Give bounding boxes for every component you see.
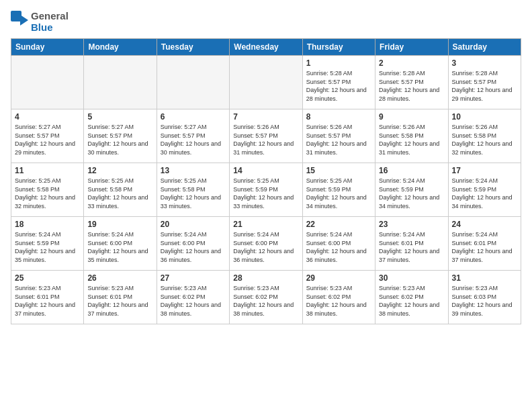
calendar-cell: 17Sunrise: 5:24 AMSunset: 5:59 PMDayligh… xyxy=(448,163,521,217)
day-number: 5 xyxy=(87,112,152,122)
calendar-cell: 3Sunrise: 5:28 AMSunset: 5:57 PMDaylight… xyxy=(448,56,521,109)
calendar-cell: 23Sunrise: 5:24 AMSunset: 6:01 PMDayligh… xyxy=(375,217,448,271)
day-detail: Sunrise: 5:27 AMSunset: 5:57 PMDaylight:… xyxy=(161,124,221,156)
day-detail: Sunrise: 5:25 AMSunset: 5:58 PMDaylight:… xyxy=(87,177,148,210)
week-row-4: 18Sunrise: 5:24 AMSunset: 5:59 PMDayligh… xyxy=(11,217,521,271)
calendar-cell: 7Sunrise: 5:26 AMSunset: 5:57 PMDaylight… xyxy=(230,109,302,163)
day-number: 4 xyxy=(15,112,80,122)
week-row-3: 11Sunrise: 5:25 AMSunset: 5:58 PMDayligh… xyxy=(11,163,521,217)
day-number: 7 xyxy=(233,112,298,122)
day-number: 16 xyxy=(379,166,444,175)
calendar-cell: 12Sunrise: 5:25 AMSunset: 5:58 PMDayligh… xyxy=(84,163,157,217)
logo-text: General Blue xyxy=(31,11,69,33)
day-number: 14 xyxy=(233,166,298,175)
day-number: 31 xyxy=(452,273,517,283)
day-number: 13 xyxy=(161,166,226,175)
day-number: 30 xyxy=(379,273,444,283)
day-number: 22 xyxy=(306,220,371,229)
day-number: 23 xyxy=(379,220,444,229)
calendar-cell: 11Sunrise: 5:25 AMSunset: 5:58 PMDayligh… xyxy=(11,163,84,217)
calendar-cell: 20Sunrise: 5:24 AMSunset: 6:00 PMDayligh… xyxy=(157,217,229,271)
svg-marker-1 xyxy=(20,15,28,26)
calendar-cell: 1Sunrise: 5:28 AMSunset: 5:57 PMDaylight… xyxy=(302,56,375,109)
calendar-cell: 24Sunrise: 5:24 AMSunset: 6:01 PMDayligh… xyxy=(448,217,521,271)
day-number: 20 xyxy=(161,220,226,229)
day-number: 9 xyxy=(379,112,444,122)
week-row-5: 25Sunrise: 5:23 AMSunset: 6:01 PMDayligh… xyxy=(11,271,521,324)
weekday-header-friday: Friday xyxy=(375,39,448,56)
day-detail: Sunrise: 5:24 AMSunset: 6:01 PMDaylight:… xyxy=(379,231,439,263)
day-number: 8 xyxy=(306,112,371,122)
day-detail: Sunrise: 5:24 AMSunset: 6:00 PMDaylight:… xyxy=(87,231,148,263)
day-number: 21 xyxy=(233,220,298,229)
day-detail: Sunrise: 5:24 AMSunset: 5:59 PMDaylight:… xyxy=(379,177,439,210)
calendar-cell: 22Sunrise: 5:24 AMSunset: 6:00 PMDayligh… xyxy=(302,217,375,271)
header: General Blue xyxy=(11,11,521,33)
day-number: 3 xyxy=(452,58,517,68)
logo: General Blue xyxy=(11,11,69,33)
calendar-cell: 31Sunrise: 5:23 AMSunset: 6:03 PMDayligh… xyxy=(448,271,521,324)
calendar-cell: 27Sunrise: 5:23 AMSunset: 6:02 PMDayligh… xyxy=(157,271,229,324)
day-detail: Sunrise: 5:23 AMSunset: 6:01 PMDaylight:… xyxy=(15,285,75,317)
calendar-cell: 5Sunrise: 5:27 AMSunset: 5:57 PMDaylight… xyxy=(84,109,157,163)
day-detail: Sunrise: 5:27 AMSunset: 5:57 PMDaylight:… xyxy=(87,124,148,156)
calendar-cell: 25Sunrise: 5:23 AMSunset: 6:01 PMDayligh… xyxy=(11,271,84,324)
day-number: 17 xyxy=(452,166,517,175)
day-number: 19 xyxy=(87,220,152,229)
day-detail: Sunrise: 5:26 AMSunset: 5:58 PMDaylight:… xyxy=(379,124,439,156)
week-row-2: 4Sunrise: 5:27 AMSunset: 5:57 PMDaylight… xyxy=(11,109,521,163)
calendar-cell xyxy=(11,56,84,109)
day-detail: Sunrise: 5:23 AMSunset: 6:03 PMDaylight:… xyxy=(452,285,513,317)
day-number: 12 xyxy=(87,166,152,175)
day-number: 25 xyxy=(15,273,80,283)
day-detail: Sunrise: 5:25 AMSunset: 5:58 PMDaylight:… xyxy=(15,177,75,210)
calendar-cell: 21Sunrise: 5:24 AMSunset: 6:00 PMDayligh… xyxy=(230,217,302,271)
calendar-cell: 9Sunrise: 5:26 AMSunset: 5:58 PMDaylight… xyxy=(375,109,448,163)
weekday-header-row: SundayMondayTuesdayWednesdayThursdayFrid… xyxy=(11,39,521,56)
calendar-cell: 19Sunrise: 5:24 AMSunset: 6:00 PMDayligh… xyxy=(84,217,157,271)
day-detail: Sunrise: 5:28 AMSunset: 5:57 PMDaylight:… xyxy=(452,70,513,102)
calendar-cell: 14Sunrise: 5:25 AMSunset: 5:59 PMDayligh… xyxy=(230,163,302,217)
calendar-cell: 10Sunrise: 5:26 AMSunset: 5:58 PMDayligh… xyxy=(448,109,521,163)
weekday-header-sunday: Sunday xyxy=(11,39,84,56)
day-number: 15 xyxy=(306,166,371,175)
day-detail: Sunrise: 5:27 AMSunset: 5:57 PMDaylight:… xyxy=(15,124,75,156)
day-detail: Sunrise: 5:24 AMSunset: 6:00 PMDaylight:… xyxy=(306,231,367,263)
day-detail: Sunrise: 5:24 AMSunset: 6:00 PMDaylight:… xyxy=(233,231,294,263)
day-number: 28 xyxy=(233,273,298,283)
calendar-cell: 18Sunrise: 5:24 AMSunset: 5:59 PMDayligh… xyxy=(11,217,84,271)
calendar-cell: 15Sunrise: 5:25 AMSunset: 5:59 PMDayligh… xyxy=(302,163,375,217)
calendar-cell xyxy=(84,56,157,109)
svg-rect-0 xyxy=(11,11,21,21)
logo-graphic xyxy=(11,11,30,30)
day-detail: Sunrise: 5:28 AMSunset: 5:57 PMDaylight:… xyxy=(379,70,439,102)
day-detail: Sunrise: 5:25 AMSunset: 5:58 PMDaylight:… xyxy=(161,177,221,210)
calendar-cell: 13Sunrise: 5:25 AMSunset: 5:58 PMDayligh… xyxy=(157,163,229,217)
calendar-cell xyxy=(230,56,302,109)
calendar-cell: 26Sunrise: 5:23 AMSunset: 6:01 PMDayligh… xyxy=(84,271,157,324)
calendar-cell xyxy=(157,56,229,109)
logo-general: General xyxy=(31,11,69,22)
calendar-cell: 4Sunrise: 5:27 AMSunset: 5:57 PMDaylight… xyxy=(11,109,84,163)
calendar-cell: 2Sunrise: 5:28 AMSunset: 5:57 PMDaylight… xyxy=(375,56,448,109)
weekday-header-wednesday: Wednesday xyxy=(230,39,302,56)
day-number: 29 xyxy=(306,273,371,283)
day-detail: Sunrise: 5:23 AMSunset: 6:02 PMDaylight:… xyxy=(233,285,294,317)
day-detail: Sunrise: 5:28 AMSunset: 5:57 PMDaylight:… xyxy=(306,70,367,102)
day-detail: Sunrise: 5:25 AMSunset: 5:59 PMDaylight:… xyxy=(233,177,294,210)
weekday-header-monday: Monday xyxy=(84,39,157,56)
day-number: 10 xyxy=(452,112,517,122)
calendar-cell: 28Sunrise: 5:23 AMSunset: 6:02 PMDayligh… xyxy=(230,271,302,324)
weekday-header-saturday: Saturday xyxy=(448,39,521,56)
day-detail: Sunrise: 5:23 AMSunset: 6:01 PMDaylight:… xyxy=(87,285,148,317)
day-detail: Sunrise: 5:24 AMSunset: 6:01 PMDaylight:… xyxy=(452,231,513,263)
weekday-header-tuesday: Tuesday xyxy=(157,39,229,56)
weekday-header-thursday: Thursday xyxy=(302,39,375,56)
day-number: 27 xyxy=(161,273,226,283)
calendar-table: SundayMondayTuesdayWednesdayThursdayFrid… xyxy=(11,38,521,324)
day-detail: Sunrise: 5:26 AMSunset: 5:58 PMDaylight:… xyxy=(452,124,513,156)
day-detail: Sunrise: 5:24 AMSunset: 5:59 PMDaylight:… xyxy=(15,231,75,263)
day-number: 6 xyxy=(161,112,226,122)
day-detail: Sunrise: 5:25 AMSunset: 5:59 PMDaylight:… xyxy=(306,177,367,210)
day-detail: Sunrise: 5:24 AMSunset: 6:00 PMDaylight:… xyxy=(161,231,221,263)
